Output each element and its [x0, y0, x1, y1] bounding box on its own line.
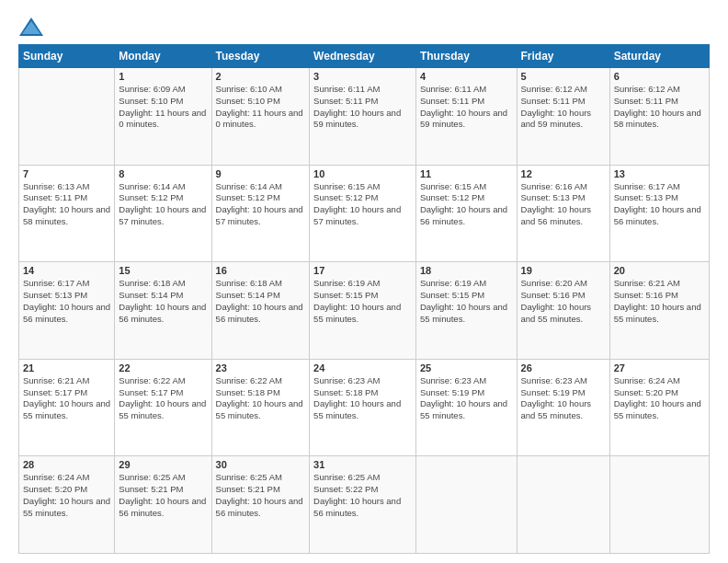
cell-info: Sunrise: 6:09 AMSunset: 5:10 PMDaylight:…	[119, 84, 206, 129]
cell-info: Sunrise: 6:22 AMSunset: 5:17 PMDaylight:…	[119, 375, 206, 420]
week-row-3: 14 Sunrise: 6:17 AMSunset: 5:13 PMDaylig…	[19, 262, 710, 360]
day-number: 1	[119, 71, 207, 82]
cell-info: Sunrise: 6:22 AMSunset: 5:18 PMDaylight:…	[216, 375, 303, 420]
day-number: 4	[420, 71, 513, 82]
cell-info: Sunrise: 6:17 AMSunset: 5:13 PMDaylight:…	[614, 181, 701, 226]
day-number: 15	[119, 265, 207, 276]
cell-info: Sunrise: 6:12 AMSunset: 5:11 PMDaylight:…	[521, 84, 592, 129]
col-header-wednesday: Wednesday	[310, 45, 416, 68]
day-cell: 30 Sunrise: 6:25 AMSunset: 5:21 PMDaylig…	[211, 456, 310, 554]
day-number: 25	[420, 362, 513, 373]
day-number: 10	[313, 168, 412, 179]
day-number: 27	[614, 362, 705, 373]
day-number: 26	[521, 362, 606, 373]
cell-info: Sunrise: 6:25 AMSunset: 5:21 PMDaylight:…	[119, 472, 206, 517]
day-cell	[609, 456, 709, 554]
day-cell: 31 Sunrise: 6:25 AMSunset: 5:22 PMDaylig…	[310, 456, 416, 554]
day-cell: 26 Sunrise: 6:23 AMSunset: 5:19 PMDaylig…	[517, 359, 609, 456]
logo	[18, 17, 48, 37]
day-number: 19	[521, 265, 606, 276]
day-number: 14	[23, 265, 110, 276]
day-number: 9	[216, 168, 306, 179]
day-number: 24	[313, 362, 412, 373]
day-cell: 9 Sunrise: 6:14 AMSunset: 5:12 PMDayligh…	[211, 165, 310, 262]
col-header-sunday: Sunday	[19, 45, 115, 68]
day-cell: 11 Sunrise: 6:15 AMSunset: 5:12 PMDaylig…	[415, 165, 517, 262]
week-row-4: 21 Sunrise: 6:21 AMSunset: 5:17 PMDaylig…	[19, 359, 710, 456]
day-number: 13	[614, 168, 705, 179]
day-number: 3	[313, 71, 412, 82]
col-header-thursday: Thursday	[415, 45, 517, 68]
day-number: 6	[614, 71, 705, 82]
week-row-1: 1 Sunrise: 6:09 AMSunset: 5:10 PMDayligh…	[19, 68, 710, 166]
col-header-friday: Friday	[517, 45, 609, 68]
day-cell: 2 Sunrise: 6:10 AMSunset: 5:10 PMDayligh…	[211, 68, 310, 166]
cell-info: Sunrise: 6:24 AMSunset: 5:20 PMDaylight:…	[23, 472, 110, 517]
cell-info: Sunrise: 6:25 AMSunset: 5:22 PMDaylight:…	[313, 472, 401, 517]
cell-info: Sunrise: 6:23 AMSunset: 5:19 PMDaylight:…	[521, 375, 592, 420]
logo-icon	[18, 17, 44, 37]
cell-info: Sunrise: 6:21 AMSunset: 5:17 PMDaylight:…	[23, 375, 110, 420]
day-number: 16	[216, 265, 306, 276]
day-cell: 3 Sunrise: 6:11 AMSunset: 5:11 PMDayligh…	[310, 68, 416, 166]
day-number: 22	[119, 362, 207, 373]
day-number: 29	[119, 459, 207, 470]
day-cell	[415, 456, 517, 554]
day-cell: 27 Sunrise: 6:24 AMSunset: 5:20 PMDaylig…	[609, 359, 709, 456]
day-number: 23	[216, 362, 306, 373]
day-cell: 4 Sunrise: 6:11 AMSunset: 5:11 PMDayligh…	[415, 68, 517, 166]
day-number: 12	[521, 168, 606, 179]
cell-info: Sunrise: 6:13 AMSunset: 5:11 PMDaylight:…	[23, 181, 110, 226]
calendar-table: SundayMondayTuesdayWednesdayThursdayFrid…	[18, 44, 710, 554]
day-cell: 8 Sunrise: 6:14 AMSunset: 5:12 PMDayligh…	[115, 165, 211, 262]
cell-info: Sunrise: 6:12 AMSunset: 5:11 PMDaylight:…	[614, 84, 701, 129]
cell-info: Sunrise: 6:15 AMSunset: 5:12 PMDaylight:…	[313, 181, 401, 226]
header-row: SundayMondayTuesdayWednesdayThursdayFrid…	[19, 45, 710, 68]
day-cell: 24 Sunrise: 6:23 AMSunset: 5:18 PMDaylig…	[310, 359, 416, 456]
cell-info: Sunrise: 6:23 AMSunset: 5:18 PMDaylight:…	[313, 375, 401, 420]
cell-info: Sunrise: 6:21 AMSunset: 5:16 PMDaylight:…	[614, 278, 701, 323]
day-number: 17	[313, 265, 412, 276]
day-cell: 1 Sunrise: 6:09 AMSunset: 5:10 PMDayligh…	[115, 68, 211, 166]
day-cell: 28 Sunrise: 6:24 AMSunset: 5:20 PMDaylig…	[19, 456, 115, 554]
day-number: 20	[614, 265, 705, 276]
day-cell	[517, 456, 609, 554]
day-cell: 16 Sunrise: 6:18 AMSunset: 5:14 PMDaylig…	[211, 262, 310, 360]
day-cell: 29 Sunrise: 6:25 AMSunset: 5:21 PMDaylig…	[115, 456, 211, 554]
cell-info: Sunrise: 6:14 AMSunset: 5:12 PMDaylight:…	[216, 181, 303, 226]
day-number: 5	[521, 71, 606, 82]
day-number: 7	[23, 168, 110, 179]
cell-info: Sunrise: 6:19 AMSunset: 5:15 PMDaylight:…	[313, 278, 401, 323]
day-number: 21	[23, 362, 110, 373]
header	[18, 17, 710, 37]
day-number: 2	[216, 71, 306, 82]
day-cell: 23 Sunrise: 6:22 AMSunset: 5:18 PMDaylig…	[211, 359, 310, 456]
day-cell: 21 Sunrise: 6:21 AMSunset: 5:17 PMDaylig…	[19, 359, 115, 456]
week-row-2: 7 Sunrise: 6:13 AMSunset: 5:11 PMDayligh…	[19, 165, 710, 262]
cell-info: Sunrise: 6:10 AMSunset: 5:10 PMDaylight:…	[216, 84, 303, 129]
cell-info: Sunrise: 6:18 AMSunset: 5:14 PMDaylight:…	[119, 278, 206, 323]
day-cell: 12 Sunrise: 6:16 AMSunset: 5:13 PMDaylig…	[517, 165, 609, 262]
cell-info: Sunrise: 6:15 AMSunset: 5:12 PMDaylight:…	[420, 181, 507, 226]
cell-info: Sunrise: 6:16 AMSunset: 5:13 PMDaylight:…	[521, 181, 592, 226]
day-cell: 5 Sunrise: 6:12 AMSunset: 5:11 PMDayligh…	[517, 68, 609, 166]
day-cell: 13 Sunrise: 6:17 AMSunset: 5:13 PMDaylig…	[609, 165, 709, 262]
day-cell: 6 Sunrise: 6:12 AMSunset: 5:11 PMDayligh…	[609, 68, 709, 166]
day-cell: 19 Sunrise: 6:20 AMSunset: 5:16 PMDaylig…	[517, 262, 609, 360]
day-number: 8	[119, 168, 207, 179]
day-number: 28	[23, 459, 110, 470]
day-cell: 7 Sunrise: 6:13 AMSunset: 5:11 PMDayligh…	[19, 165, 115, 262]
day-cell: 17 Sunrise: 6:19 AMSunset: 5:15 PMDaylig…	[310, 262, 416, 360]
cell-info: Sunrise: 6:20 AMSunset: 5:16 PMDaylight:…	[521, 278, 592, 323]
page: SundayMondayTuesdayWednesdayThursdayFrid…	[0, 0, 728, 563]
cell-info: Sunrise: 6:11 AMSunset: 5:11 PMDaylight:…	[420, 84, 507, 129]
day-cell: 20 Sunrise: 6:21 AMSunset: 5:16 PMDaylig…	[609, 262, 709, 360]
day-cell: 22 Sunrise: 6:22 AMSunset: 5:17 PMDaylig…	[115, 359, 211, 456]
cell-info: Sunrise: 6:23 AMSunset: 5:19 PMDaylight:…	[420, 375, 507, 420]
day-cell: 15 Sunrise: 6:18 AMSunset: 5:14 PMDaylig…	[115, 262, 211, 360]
cell-info: Sunrise: 6:19 AMSunset: 5:15 PMDaylight:…	[420, 278, 507, 323]
day-number: 31	[313, 459, 412, 470]
day-number: 30	[216, 459, 306, 470]
cell-info: Sunrise: 6:24 AMSunset: 5:20 PMDaylight:…	[614, 375, 701, 420]
col-header-tuesday: Tuesday	[211, 45, 310, 68]
